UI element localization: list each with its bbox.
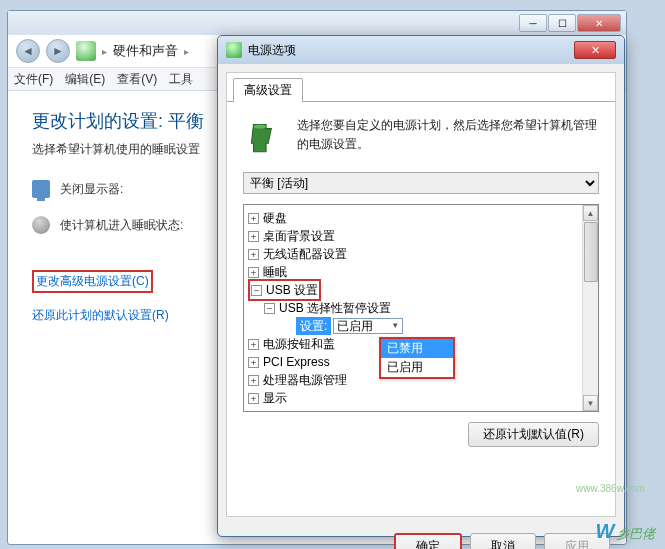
main-close-button[interactable]: ✕ (577, 14, 621, 32)
tree-cpu[interactable]: 处理器电源管理 (263, 371, 347, 389)
monitor-icon (32, 180, 50, 198)
menu-file[interactable]: 文件(F) (14, 71, 53, 88)
tree-usb-sub[interactable]: USB 选择性暂停设置 (279, 299, 391, 317)
dropdown-item-enabled[interactable]: 已启用 (381, 358, 453, 377)
dialog-buttons: 确定 取消 应用 (218, 525, 624, 549)
tree-display[interactable]: 显示 (263, 389, 287, 407)
tree-wifi[interactable]: 无线适配器设置 (263, 245, 347, 263)
expander-icon[interactable]: + (248, 375, 259, 386)
battery-icon (243, 116, 285, 158)
menu-view[interactable]: 查看(V) (117, 71, 157, 88)
maximize-button[interactable]: ☐ (548, 14, 576, 32)
setting-combo[interactable]: 已启用▼ (333, 318, 403, 334)
tab-content: 选择您要自定义的电源计划，然后选择您希望计算机管理的电源设置。 平衡 [活动] … (227, 101, 615, 516)
expander-icon[interactable]: + (248, 249, 259, 260)
display-off-label: 关闭显示器: (60, 181, 123, 198)
dialog-titlebar: 电源选项 ✕ (218, 36, 624, 64)
tree-usb[interactable]: USB 设置 (266, 281, 318, 299)
expander-icon[interactable]: + (248, 267, 259, 278)
watermark-url: www.386w.com (576, 483, 645, 494)
expander-icon[interactable]: + (248, 231, 259, 242)
tree-pci[interactable]: PCI Express (263, 353, 330, 371)
breadcrumb-sep: ▸ (102, 46, 107, 57)
dialog-body: 高级设置 选择您要自定义的电源计划，然后选择您希望计算机管理的电源设置。 平衡 … (226, 72, 616, 517)
desc-row: 选择您要自定义的电源计划，然后选择您希望计算机管理的电源设置。 (243, 116, 599, 158)
back-button[interactable]: ◄ (16, 39, 40, 63)
svg-point-0 (254, 124, 267, 128)
main-titlebar: ─ ☐ ✕ (8, 11, 626, 35)
ok-button[interactable]: 确定 (394, 533, 462, 549)
chevron-down-icon: ▼ (391, 317, 399, 335)
tree-powerbtn[interactable]: 电源按钮和盖 (263, 335, 335, 353)
dialog-title: 电源选项 (248, 42, 574, 59)
watermark: W 乡巴佬 (595, 520, 655, 543)
menu-edit[interactable]: 编辑(E) (65, 71, 105, 88)
scroll-up-button[interactable]: ▲ (583, 205, 598, 221)
setting-label: 设置: (296, 317, 331, 335)
tree-hdd[interactable]: 硬盘 (263, 209, 287, 227)
cancel-button[interactable]: 取消 (470, 533, 536, 549)
expander-icon[interactable]: + (248, 213, 259, 224)
forward-button[interactable]: ► (46, 39, 70, 63)
breadcrumb-sep2: ▸ (184, 46, 189, 57)
expander-icon[interactable]: + (248, 339, 259, 350)
restore-plan-button[interactable]: 还原计划默认值(R) (468, 422, 599, 447)
plan-select[interactable]: 平衡 [活动] (243, 172, 599, 194)
expander-icon[interactable]: − (251, 285, 262, 296)
minimize-button[interactable]: ─ (519, 14, 547, 32)
sleep-label: 使计算机进入睡眠状态: (60, 217, 183, 234)
highlight-advanced-link: 更改高级电源设置(C) (32, 270, 153, 293)
tab-strip: 高级设置 (227, 77, 615, 101)
sleep-icon (32, 216, 50, 234)
dropdown-item-disabled[interactable]: 已禁用 (381, 339, 453, 358)
tab-advanced[interactable]: 高级设置 (233, 78, 303, 102)
scroll-thumb[interactable] (584, 222, 598, 282)
dialog-close-button[interactable]: ✕ (574, 41, 616, 59)
breadcrumb-icon (76, 41, 96, 61)
expander-icon[interactable]: + (248, 393, 259, 404)
breadcrumb-item[interactable]: 硬件和声音 (113, 42, 178, 60)
power-options-dialog: 电源选项 ✕ 高级设置 选择您要自定义的电源计划，然后选择您希望计算机管理的电源… (217, 35, 625, 537)
settings-tree[interactable]: +硬盘 +桌面背景设置 +无线适配器设置 +睡眠 −USB 设置 −USB 选择… (243, 204, 599, 412)
expander-icon[interactable]: + (248, 357, 259, 368)
restore-row: 还原计划默认值(R) (243, 422, 599, 447)
highlight-usb: −USB 设置 (248, 279, 321, 301)
dialog-desc: 选择您要自定义的电源计划，然后选择您希望计算机管理的电源设置。 (297, 116, 599, 158)
setting-dropdown[interactable]: 已禁用 已启用 (379, 337, 455, 379)
tree-bg[interactable]: 桌面背景设置 (263, 227, 335, 245)
power-icon (226, 42, 242, 58)
scroll-down-button[interactable]: ▼ (583, 395, 598, 411)
expander-icon[interactable]: − (264, 303, 275, 314)
menu-tools[interactable]: 工具 (169, 71, 193, 88)
tree-scrollbar[interactable]: ▲ ▼ (582, 205, 598, 411)
advanced-settings-link[interactable]: 更改高级电源设置(C) (36, 273, 149, 290)
